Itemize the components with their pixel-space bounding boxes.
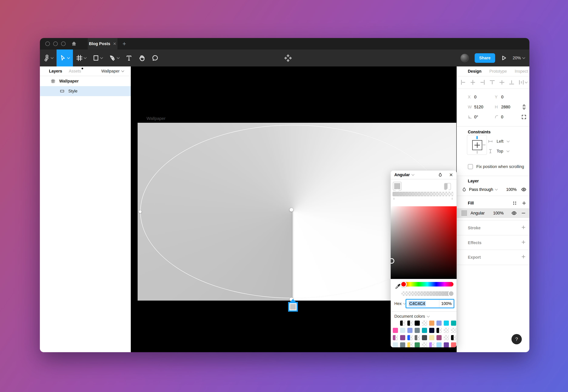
color-swatch[interactable] bbox=[436, 321, 442, 326]
hand-tool-button[interactable] bbox=[135, 50, 149, 67]
color-swatch[interactable] bbox=[415, 321, 420, 326]
color-swatch[interactable] bbox=[451, 335, 456, 340]
home-button[interactable] bbox=[66, 38, 82, 50]
color-swatch[interactable] bbox=[400, 328, 405, 333]
gradient-center-handle[interactable] bbox=[290, 208, 293, 211]
color-swatch[interactable] bbox=[407, 328, 413, 333]
move-tool-button[interactable] bbox=[57, 50, 73, 67]
help-button[interactable]: ? bbox=[511, 334, 522, 344]
distribute-menu-button[interactable] bbox=[519, 80, 527, 85]
minimize-window-button[interactable] bbox=[53, 42, 58, 46]
color-swatch[interactable] bbox=[444, 328, 449, 333]
vertical-constraint-select[interactable]: Top bbox=[488, 149, 509, 154]
constrain-proportions-icon[interactable] bbox=[522, 104, 526, 110]
hue-slider-thumb[interactable] bbox=[400, 281, 407, 287]
comment-tool-button[interactable] bbox=[149, 50, 162, 67]
constraint-right-tick[interactable] bbox=[483, 145, 485, 145]
blend-mode-droplet-icon[interactable] bbox=[438, 172, 443, 177]
fill-type[interactable]: Angular bbox=[471, 211, 485, 215]
alpha-slider[interactable] bbox=[401, 291, 453, 296]
remove-fill-icon[interactable] bbox=[521, 211, 526, 215]
tab-blog-posts[interactable]: Blog Posts ✕ bbox=[88, 38, 118, 50]
align-top-icon[interactable] bbox=[490, 80, 495, 85]
color-swatch[interactable] bbox=[429, 335, 434, 340]
color-swatch[interactable] bbox=[422, 328, 427, 333]
document-colors-toggle[interactable]: Document colors bbox=[394, 314, 429, 319]
color-swatch[interactable] bbox=[407, 321, 413, 326]
blend-mode-value[interactable]: Pass through bbox=[469, 187, 493, 192]
layer-opacity-value[interactable]: 100% bbox=[506, 187, 517, 192]
layer-visibility-eye-icon[interactable] bbox=[521, 187, 526, 192]
horizontal-constraint-select[interactable]: Left bbox=[488, 139, 509, 144]
close-window-button[interactable] bbox=[45, 42, 50, 46]
fill-opacity[interactable]: 100% bbox=[493, 211, 504, 215]
tab-prototype[interactable]: Prototype bbox=[489, 69, 507, 74]
fill-styles-icon[interactable] bbox=[513, 201, 517, 205]
color-swatch[interactable] bbox=[444, 321, 449, 326]
rotation-field[interactable]: 0° bbox=[468, 115, 495, 119]
gradient-axis-line[interactable] bbox=[293, 211, 293, 301]
color-swatch[interactable] bbox=[422, 335, 427, 340]
hue-slider[interactable] bbox=[401, 282, 453, 286]
tab-close-icon[interactable]: ✕ bbox=[113, 42, 116, 46]
tab-design[interactable]: Design bbox=[468, 69, 481, 74]
add-export-icon[interactable] bbox=[521, 254, 526, 259]
zoom-control[interactable]: 20% bbox=[513, 56, 525, 60]
align-bottom-icon[interactable] bbox=[509, 80, 514, 85]
y-field[interactable]: Y 0 bbox=[495, 95, 522, 99]
color-field-cursor[interactable] bbox=[391, 258, 394, 264]
add-effect-icon[interactable] bbox=[521, 240, 526, 244]
color-swatch[interactable] bbox=[444, 335, 449, 340]
new-tab-button[interactable]: + bbox=[118, 38, 131, 50]
zoom-window-button[interactable] bbox=[61, 42, 66, 46]
layer-row-style[interactable]: Style bbox=[40, 86, 131, 96]
color-swatch[interactable] bbox=[451, 321, 456, 326]
color-swatch[interactable] bbox=[422, 321, 427, 326]
color-swatch[interactable] bbox=[429, 321, 434, 326]
constraints-widget[interactable] bbox=[467, 135, 487, 155]
color-swatch[interactable] bbox=[393, 321, 398, 326]
fix-position-checkbox[interactable] bbox=[468, 164, 473, 169]
gradient-width-handle[interactable] bbox=[139, 210, 142, 213]
align-left-icon[interactable] bbox=[461, 80, 466, 85]
color-swatch[interactable] bbox=[407, 335, 413, 340]
share-button[interactable]: Share bbox=[475, 53, 495, 63]
add-fill-icon[interactable] bbox=[522, 201, 526, 205]
gradient-stops-bar[interactable] bbox=[392, 192, 453, 196]
alpha-slider-thumb[interactable] bbox=[448, 291, 453, 296]
opacity-input[interactable]: 100% bbox=[439, 300, 454, 308]
color-swatch[interactable] bbox=[415, 328, 420, 333]
color-swatch[interactable] bbox=[407, 342, 413, 347]
gradient-type-select[interactable]: Angular bbox=[394, 172, 410, 177]
color-format-select[interactable]: Hex bbox=[394, 301, 405, 306]
tab-assets[interactable]: Assets bbox=[69, 69, 81, 73]
pen-tool-button[interactable] bbox=[106, 50, 123, 67]
constraint-top-active-tick[interactable] bbox=[477, 136, 478, 139]
independent-corners-icon[interactable] bbox=[522, 114, 526, 119]
frame-tool-button[interactable] bbox=[73, 50, 90, 67]
blend-mode-icon[interactable] bbox=[462, 187, 467, 192]
text-tool-button[interactable] bbox=[123, 50, 135, 67]
layer-row-wallpaper[interactable]: Wallpaper bbox=[40, 76, 131, 86]
height-field[interactable]: H 2880 bbox=[495, 105, 522, 110]
gradient-stop-handle[interactable] bbox=[288, 302, 298, 312]
saturation-value-field[interactable] bbox=[391, 206, 457, 279]
align-vertical-center-icon[interactable] bbox=[499, 80, 505, 85]
align-right-icon[interactable] bbox=[480, 80, 485, 85]
color-swatch[interactable] bbox=[444, 342, 449, 347]
color-swatch[interactable] bbox=[436, 328, 442, 333]
tab-layers[interactable]: Layers bbox=[49, 69, 62, 73]
frame-label[interactable]: Wallpaper bbox=[147, 116, 165, 121]
color-swatch[interactable] bbox=[436, 342, 442, 347]
color-swatch[interactable] bbox=[400, 342, 405, 347]
color-swatch[interactable] bbox=[429, 328, 434, 333]
tab-inspect[interactable]: Inspect bbox=[515, 69, 528, 74]
main-menu-button[interactable] bbox=[40, 50, 57, 67]
page-selector[interactable]: Wallpaper bbox=[101, 69, 124, 73]
color-swatch[interactable] bbox=[429, 342, 434, 347]
x-field[interactable]: X 0 bbox=[468, 95, 495, 99]
color-swatch[interactable] bbox=[393, 328, 398, 333]
color-swatch[interactable] bbox=[415, 342, 420, 347]
color-swatch[interactable] bbox=[400, 321, 405, 326]
corner-radius-field[interactable]: 0 bbox=[495, 115, 522, 119]
